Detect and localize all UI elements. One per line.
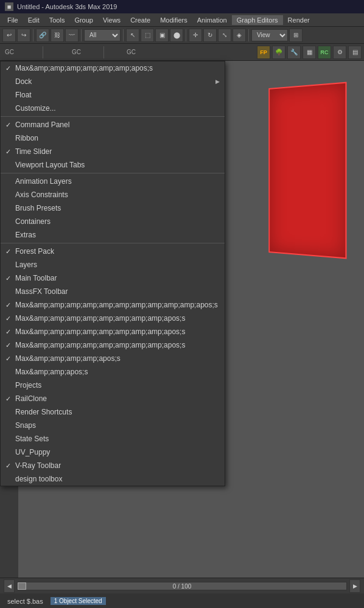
menu-modifiers[interactable]: Modifiers — [155, 15, 192, 25]
menu-item-extras[interactable]: Extras — [1, 228, 225, 242]
snap-button[interactable]: ⊞ — [289, 29, 303, 42]
toolbar-row-2: GC GC GC FP 🌳 🔧 ▦ RC ⚙ ▤ — [0, 44, 364, 61]
app-title: Untitled - Autodesk 3ds Max 2019 — [17, 3, 117, 10]
redo-button[interactable]: ↪ — [17, 29, 30, 42]
tree-button[interactable]: 🌳 — [272, 46, 285, 59]
sep-menu-2 — [1, 173, 225, 173]
menu-item-vray[interactable]: V-Ray Toolbar — [1, 459, 225, 472]
sep-menu-3 — [1, 243, 225, 243]
menu-item-viewport-layout[interactable]: Viewport Layout Tabs — [1, 158, 225, 172]
timeline-slider[interactable]: 0 / 100 — [17, 582, 347, 590]
link-button[interactable]: 🔗 — [36, 29, 49, 42]
sep-gc-2 — [103, 46, 104, 58]
sep-1 — [33, 29, 33, 41]
prev-frame-button[interactable]: ◀ — [4, 579, 15, 593]
menu-views[interactable]: Views — [98, 15, 125, 25]
menu-edit[interactable]: Edit — [23, 15, 44, 25]
menu-item-max1[interactable]: Max&amp;amp;amp;amp;amp;amp;amp;amp;amp;… — [1, 298, 225, 312]
table-button[interactable]: ▦ — [303, 46, 316, 59]
filter-dropdown[interactable]: All — [84, 29, 121, 41]
menu-animation[interactable]: Animation — [192, 15, 232, 25]
menu-item-customize[interactable]: Customize... — [1, 102, 225, 115]
wrench-button[interactable]: 🔧 — [287, 46, 301, 59]
bind-space-button[interactable]: 〰 — [65, 29, 79, 42]
unlink-button[interactable]: ⛓ — [51, 29, 64, 42]
menu-item-max6[interactable]: Max&amp;amp;apos;s — [1, 365, 225, 379]
rotate-button[interactable]: ↻ — [203, 29, 217, 42]
select-circle-button[interactable]: ⬤ — [170, 29, 183, 42]
move-button[interactable]: ✛ — [189, 29, 202, 42]
title-bar: ■ Untitled - Autodesk 3ds Max 2019 — [0, 0, 364, 13]
menu-group[interactable]: Group — [69, 15, 98, 25]
menu-create[interactable]: Create — [125, 15, 155, 25]
menu-item-float[interactable]: Float — [1, 88, 225, 102]
viewport-area: Max&amp;amp;amp;amp;amp;amp;apos;s Dock … — [0, 61, 364, 578]
menu-item-massfx[interactable]: MassFX Toolbar — [1, 285, 225, 298]
sep-gc-1 — [43, 46, 43, 58]
scale-button[interactable]: ⤡ — [218, 29, 231, 42]
sep-2 — [81, 29, 82, 41]
menu-item-state-sets[interactable]: State Sets — [1, 432, 225, 446]
menu-item-uv-puppy[interactable]: UV_Puppy — [1, 446, 225, 459]
menu-item-brush-presets[interactable]: Brush Presets — [1, 201, 225, 215]
select-region-button[interactable]: ⬚ — [141, 29, 154, 42]
menu-file[interactable]: File — [2, 15, 23, 25]
timeline-row: ◀ 0 / 100 ▶ — [0, 578, 364, 593]
menu-item-forest-pack[interactable]: Forest Pack — [1, 245, 225, 258]
toolbar-row-1: ↩ ↪ 🔗 ⛓ 〰 All ↖ ⬚ ▣ ⬤ ✛ ↻ ⤡ ◈ View ⊞ — [0, 27, 364, 44]
status-command: select $.bas — [4, 598, 47, 605]
viewport-dropdown[interactable]: View — [251, 29, 288, 41]
app-icon: ■ — [5, 2, 13, 11]
menu-item-layers[interactable]: Layers — [1, 258, 225, 271]
menu-item-render-shortcuts[interactable]: Render Shortcuts — [1, 405, 225, 419]
menu-item-axis-constraints[interactable]: Axis Constraints — [1, 188, 225, 201]
menu-item-time-slider[interactable]: Time Slider — [1, 145, 225, 158]
menu-item-command-panel[interactable]: Command Panel — [1, 118, 225, 131]
tool2-button[interactable]: ⚙ — [333, 46, 346, 59]
scale2-button[interactable]: ◈ — [233, 29, 246, 42]
menu-render[interactable]: Render — [283, 15, 315, 25]
timeline-value: 0 / 100 — [173, 582, 192, 589]
gc-label-1: GC — [2, 49, 16, 55]
gc-label-3: GC — [124, 49, 138, 55]
fp-button[interactable]: FP — [257, 46, 270, 59]
menu-item-max3[interactable]: Max&amp;amp;amp;amp;amp;amp;amp;amp;apos… — [1, 325, 225, 338]
menu-item-max2[interactable]: Max&amp;amp;amp;amp;amp;amp;amp;amp;apos… — [1, 312, 225, 325]
3d-object-red-box — [268, 82, 346, 259]
menu-item-snaps[interactable]: Snaps — [1, 419, 225, 432]
select-rect-button[interactable]: ▣ — [155, 29, 169, 42]
sep-5 — [248, 29, 249, 41]
menu-graph-editors[interactable]: Graph Editors — [232, 15, 283, 25]
sep-4 — [186, 29, 186, 41]
sep-menu-1 — [1, 116, 225, 117]
menu-item-main-toolbar[interactable]: Main Toolbar — [1, 271, 225, 285]
menu-item-dock[interactable]: Dock — [1, 75, 225, 88]
selection-count: 1 Object Selected — [51, 597, 106, 605]
menu-item-maxapos[interactable]: Max&amp;amp;amp;amp;amp;amp;apos;s — [1, 61, 225, 75]
rc-button[interactable]: RC — [318, 46, 331, 59]
tool3-button[interactable]: ▤ — [348, 46, 362, 59]
menu-item-max4[interactable]: Max&amp;amp;amp;amp;amp;amp;amp;amp;apos… — [1, 338, 225, 352]
select-button[interactable]: ↖ — [126, 29, 139, 42]
menu-tools[interactable]: Tools — [44, 15, 70, 25]
timeline-thumb[interactable] — [18, 582, 26, 590]
gc-label-2: GC — [69, 49, 83, 55]
bottom-area: ◀ 0 / 100 ▶ select $.bas 1 Object Select… — [0, 578, 364, 608]
status-row: select $.bas 1 Object Selected — [0, 593, 364, 608]
menu-item-animation-layers[interactable]: Animation Layers — [1, 175, 225, 188]
menu-item-railclone[interactable]: RailClone — [1, 392, 225, 405]
menu-item-design-toolbox[interactable]: design toolbox — [1, 472, 225, 486]
undo-button[interactable]: ↩ — [2, 29, 16, 42]
toolbar-dropdown-menu: Max&amp;amp;amp;amp;amp;amp;apos;s Dock … — [0, 61, 225, 486]
menu-item-projects[interactable]: Projects — [1, 379, 225, 392]
next-frame-button[interactable]: ▶ — [349, 579, 360, 593]
menu-item-max5[interactable]: Max&amp;amp;amp;amp;apos;s — [1, 352, 225, 365]
menu-bar: File Edit Tools Group Views Create Modif… — [0, 13, 364, 27]
menu-item-containers[interactable]: Containers — [1, 215, 225, 228]
sep-3 — [123, 29, 124, 41]
menu-item-ribbon[interactable]: Ribbon — [1, 131, 225, 145]
